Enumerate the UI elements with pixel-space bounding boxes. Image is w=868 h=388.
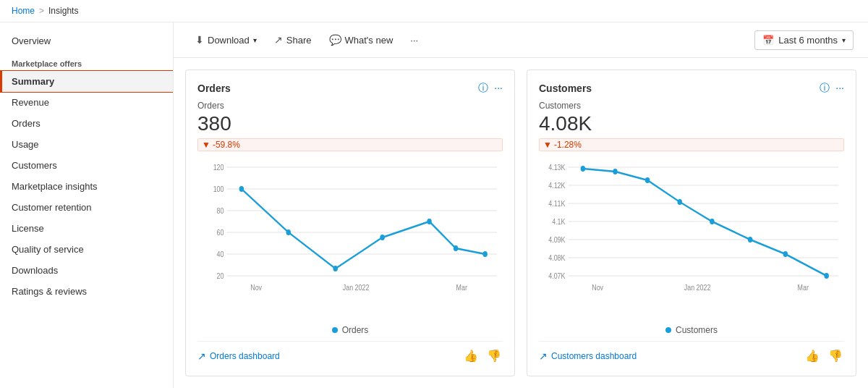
- download-icon: ⬇: [195, 34, 204, 46]
- more-icon: ···: [410, 35, 418, 46]
- sidebar-item-summary[interactable]: Summary: [0, 71, 173, 92]
- orders-metric-value: 380: [197, 112, 503, 135]
- svg-text:4.13K: 4.13K: [548, 163, 566, 172]
- customers-metric-change: ▼ -1.28%: [539, 138, 844, 151]
- date-filter[interactable]: 📅 Last 6 months ▾: [754, 30, 854, 50]
- svg-text:4.11K: 4.11K: [548, 199, 566, 208]
- customers-thumbs-up-button[interactable]: 👍: [804, 347, 821, 364]
- share-button[interactable]: ↗ Share: [267, 30, 319, 50]
- calendar-icon: 📅: [762, 35, 774, 46]
- sidebar-item-downloads[interactable]: Downloads: [0, 260, 173, 281]
- svg-point-38: [645, 177, 650, 183]
- sidebar: Overview Marketplace offers Summary Reve…: [0, 22, 174, 388]
- svg-point-40: [710, 219, 714, 224]
- svg-point-13: [286, 229, 291, 235]
- orders-feedback: 👍 👎: [462, 347, 503, 364]
- orders-metric-change: ▼ -59.8%: [197, 138, 503, 151]
- sidebar-item-overview[interactable]: Overview: [0, 31, 173, 51]
- svg-point-43: [824, 273, 828, 279]
- svg-point-39: [678, 199, 682, 205]
- customers-card-footer: ↗ Customers dashboard 👍 👎: [539, 341, 844, 364]
- svg-point-42: [783, 251, 788, 257]
- more-button[interactable]: ···: [403, 30, 425, 50]
- orders-card: Orders ⓘ ··· Orders 380 ▼ -59.8%: [185, 69, 515, 376]
- breadcrumb-separator: >: [39, 6, 44, 16]
- sidebar-item-ratings-reviews[interactable]: Ratings & reviews: [0, 281, 173, 302]
- customers-more-icon[interactable]: ···: [835, 82, 844, 95]
- svg-text:60: 60: [217, 228, 224, 237]
- orders-info-icon[interactable]: ⓘ: [478, 82, 488, 95]
- whats-new-button[interactable]: 💬 What's new: [322, 30, 401, 50]
- customers-card: Customers ⓘ ··· Customers 4.08K ▼ -1.28%: [527, 69, 856, 376]
- svg-text:80: 80: [217, 206, 224, 215]
- sidebar-item-orders[interactable]: Orders: [0, 113, 173, 134]
- download-label: Download: [208, 35, 250, 46]
- svg-text:20: 20: [217, 271, 224, 280]
- customers-card-title: Customers: [539, 83, 592, 94]
- sidebar-item-usage[interactable]: Usage: [0, 134, 173, 155]
- svg-point-18: [482, 251, 487, 257]
- customers-change-value: -1.28%: [554, 140, 582, 150]
- customers-dashboard-link[interactable]: ↗ Customers dashboard: [539, 350, 637, 362]
- customers-metric-label: Customers: [539, 101, 844, 111]
- svg-text:4.09K: 4.09K: [548, 235, 566, 244]
- share-label: Share: [286, 35, 312, 46]
- svg-point-15: [380, 235, 384, 240]
- svg-text:Nov: Nov: [592, 283, 603, 292]
- breadcrumb: Home > Insights: [0, 0, 868, 22]
- customers-chart: 4.13K 4.12K 4.11K 4.1K 4.09K 4.08K 4.07K: [539, 160, 844, 316]
- svg-text:100: 100: [213, 185, 224, 193]
- customers-legend-label: Customers: [676, 325, 718, 335]
- sidebar-item-customers[interactable]: Customers: [0, 155, 173, 176]
- sidebar-item-marketplace-insights[interactable]: Marketplace insights: [0, 176, 173, 197]
- whats-new-label: What's new: [345, 35, 393, 46]
- orders-dashboard-link[interactable]: ↗ Orders dashboard: [197, 350, 280, 362]
- sidebar-item-quality-of-service[interactable]: Quality of service: [0, 239, 173, 260]
- orders-chart: 120 100 80 60 40 20: [197, 160, 503, 316]
- svg-point-17: [454, 245, 458, 251]
- customers-thumbs-down-button[interactable]: 👎: [827, 347, 844, 364]
- customers-info-icon[interactable]: ⓘ: [820, 82, 830, 95]
- breadcrumb-home[interactable]: Home: [12, 6, 35, 16]
- share-icon: ↗: [274, 34, 283, 46]
- orders-legend-label: Orders: [342, 325, 369, 335]
- date-filter-chevron-icon: ▾: [842, 36, 846, 44]
- download-button[interactable]: ⬇ Download ▾: [188, 30, 264, 50]
- orders-change-value: -59.8%: [213, 140, 240, 150]
- orders-more-icon[interactable]: ···: [494, 82, 503, 95]
- svg-text:Jan 2022: Jan 2022: [684, 283, 711, 292]
- svg-point-36: [581, 166, 585, 172]
- svg-point-37: [613, 169, 617, 174]
- orders-legend: Orders: [197, 325, 503, 335]
- orders-thumbs-up-button[interactable]: 👍: [462, 347, 480, 364]
- orders-metric-label: Orders: [197, 101, 503, 111]
- customers-feedback: 👍 👎: [804, 347, 844, 364]
- svg-text:Nov: Nov: [250, 283, 262, 292]
- customers-change-arrow-icon: ▼: [543, 140, 552, 150]
- svg-point-12: [239, 186, 244, 192]
- date-filter-label: Last 6 months: [778, 35, 838, 46]
- orders-thumbs-down-button[interactable]: 👎: [485, 347, 503, 364]
- cards-grid: Orders ⓘ ··· Orders 380 ▼ -59.8%: [174, 58, 868, 388]
- customers-card-header: Customers ⓘ ···: [539, 82, 844, 95]
- svg-text:40: 40: [217, 250, 224, 258]
- sidebar-section-label: Marketplace offers: [0, 54, 173, 71]
- svg-text:Jan 2022: Jan 2022: [343, 283, 370, 292]
- content-area: ⬇ Download ▾ ↗ Share 💬 What's new ···: [174, 22, 868, 388]
- orders-change-arrow-icon: ▼: [202, 140, 210, 150]
- sidebar-item-revenue[interactable]: Revenue: [0, 92, 173, 113]
- svg-text:4.08K: 4.08K: [548, 253, 566, 262]
- toolbar: ⬇ Download ▾ ↗ Share 💬 What's new ···: [174, 22, 868, 58]
- whats-new-icon: 💬: [329, 34, 341, 46]
- svg-text:Mar: Mar: [456, 283, 468, 292]
- svg-point-16: [427, 219, 431, 224]
- orders-dashboard-icon: ↗: [197, 350, 206, 362]
- sidebar-item-customer-retention[interactable]: Customer retention: [0, 197, 173, 218]
- svg-point-41: [748, 237, 752, 242]
- customers-legend-dot: [665, 327, 671, 333]
- svg-text:120: 120: [213, 163, 224, 172]
- breadcrumb-current: Insights: [48, 6, 78, 16]
- customers-metric-value: 4.08K: [539, 112, 844, 135]
- sidebar-item-license[interactable]: License: [0, 218, 173, 239]
- customers-dashboard-icon: ↗: [539, 350, 548, 362]
